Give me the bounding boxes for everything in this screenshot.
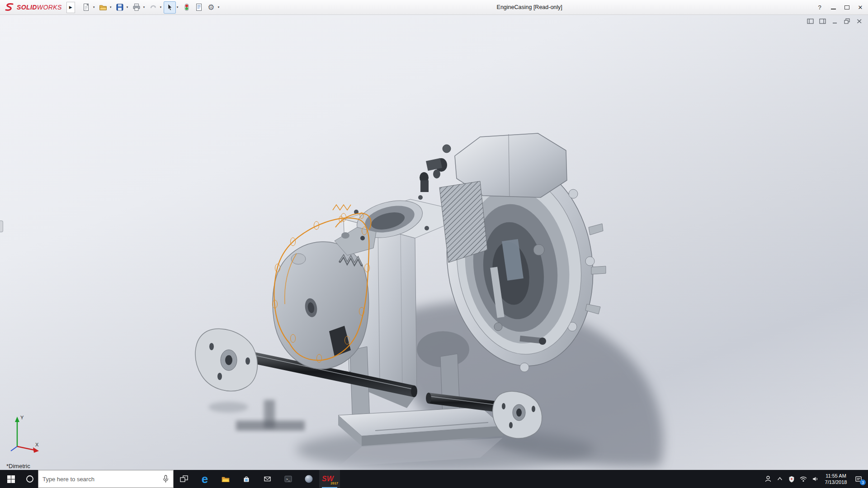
solidworks-logo-mark: [4, 3, 15, 12]
doc-restore-icon[interactable]: [843, 18, 851, 25]
new-document-caret[interactable]: ▼: [93, 6, 95, 9]
document-window-controls: [807, 18, 863, 25]
help-button[interactable]: ?: [813, 1, 826, 14]
x-axis-arrow: [33, 447, 39, 453]
cad-sphere-button[interactable]: [298, 470, 319, 488]
featuremanager-collapse-handle[interactable]: [0, 221, 3, 232]
pane-toggle-icon-2[interactable]: [819, 18, 827, 25]
select-cursor-icon: [166, 3, 174, 11]
graphics-area[interactable]: Y X *Dimetric: [0, 15, 868, 470]
options-button[interactable]: ⚙: [205, 1, 217, 14]
microphone-icon[interactable]: [162, 475, 169, 483]
close-icon: ✕: [858, 4, 863, 11]
file-properties-button[interactable]: [193, 1, 205, 14]
engine-casing-model[interactable]: [0, 15, 868, 470]
help-icon: ?: [818, 4, 821, 11]
people-icon: [764, 475, 772, 483]
volume-icon: [811, 475, 819, 483]
orientation-triad: Y X: [5, 411, 43, 455]
print-button[interactable]: [131, 1, 143, 14]
x-axis-label: X: [35, 442, 39, 447]
open-caret[interactable]: ▼: [109, 6, 112, 9]
search-input[interactable]: [42, 476, 162, 483]
rebuild-traffic-light-icon: [183, 3, 191, 11]
store-button[interactable]: [236, 470, 257, 488]
mail-icon: [263, 475, 272, 483]
menu-flyout-button[interactable]: ▶: [66, 2, 75, 13]
titlebar: SOLIDWORKS ▶ ▼ ▼ ▼: [0, 0, 868, 15]
cortana-ring-icon: [26, 475, 34, 483]
solidworks-app-icon: SW2017: [322, 472, 337, 486]
taskbar-clock[interactable]: 11:55 AM 7/13/2018: [821, 470, 851, 488]
open-button[interactable]: [97, 1, 109, 14]
chevron-up-icon: [776, 475, 783, 483]
svg-text:>_: >_: [286, 477, 290, 481]
save-caret[interactable]: ▼: [126, 6, 129, 9]
people-button[interactable]: [762, 470, 774, 488]
command-prompt-button[interactable]: >_: [278, 470, 298, 488]
z-axis-arrow: [11, 446, 17, 451]
wifi-icon: [799, 475, 807, 483]
clock-time: 11:55 AM: [825, 473, 847, 479]
brand-text: SOLIDWORKS: [17, 4, 62, 11]
pane-toggle-icon-1[interactable]: [807, 18, 815, 25]
gear-icon: ⚙: [208, 4, 214, 11]
show-hidden-icons-button[interactable]: [774, 470, 786, 488]
action-center-button[interactable]: 3: [851, 470, 866, 488]
solidworks-logo: SOLIDWORKS: [0, 3, 66, 12]
cortana-button[interactable]: [22, 470, 38, 488]
undo-button[interactable]: [147, 1, 159, 14]
standard-toolbar: ▼ ▼ ▼ ▼: [80, 1, 222, 14]
command-prompt-icon: >_: [284, 475, 292, 483]
minimize-icon: [831, 9, 836, 9]
save-button[interactable]: [114, 1, 126, 14]
options-caret[interactable]: ▼: [217, 6, 220, 9]
sphere-app-icon: [304, 474, 313, 483]
view-orientation-label: *Dimetric: [6, 463, 30, 469]
maximize-button[interactable]: [840, 1, 854, 14]
rebuild-button[interactable]: [180, 1, 193, 14]
document-title: EngineCasing [Read-only]: [497, 0, 562, 14]
clock-date: 7/13/2018: [825, 479, 847, 485]
taskbar-search[interactable]: [38, 470, 174, 488]
close-button[interactable]: ✕: [854, 1, 867, 14]
file-properties-icon: [195, 3, 203, 11]
system-tray: 11:55 AM 7/13/2018 3: [762, 470, 868, 488]
maximize-icon: [844, 5, 849, 9]
store-bag-icon: [242, 475, 250, 483]
mail-button[interactable]: [257, 470, 278, 488]
task-view-button[interactable]: [174, 470, 194, 488]
task-view-icon: [180, 475, 188, 483]
open-folder-icon: [99, 3, 107, 11]
doc-close-icon[interactable]: [855, 18, 863, 25]
select-caret[interactable]: ▼: [176, 6, 179, 9]
flyout-arrow-icon: ▶: [69, 5, 72, 9]
doc-minimize-icon[interactable]: [831, 18, 839, 25]
new-document-icon: [82, 3, 90, 11]
save-icon: [116, 3, 124, 11]
left-flange[interactable]: [195, 329, 257, 391]
network-button[interactable]: [797, 470, 809, 488]
notification-badge: 3: [860, 479, 866, 485]
minimize-button[interactable]: [826, 1, 840, 14]
edge-button[interactable]: e: [194, 470, 215, 488]
windows-logo-icon: [7, 475, 15, 483]
select-tool-button[interactable]: [164, 1, 176, 14]
file-explorer-button[interactable]: [215, 470, 236, 488]
y-axis-arrow: [15, 417, 19, 422]
start-button[interactable]: [0, 470, 22, 488]
shield-icon: [788, 475, 795, 483]
solidworks-app-button[interactable]: SW2017: [319, 470, 340, 488]
print-caret[interactable]: ▼: [143, 6, 146, 9]
security-button[interactable]: [786, 470, 797, 488]
undo-icon: [149, 3, 157, 11]
window-controls: ? ✕: [813, 0, 867, 14]
undo-caret[interactable]: ▼: [159, 6, 162, 9]
taskbar: e >_: [0, 470, 868, 488]
volume-button[interactable]: [809, 470, 821, 488]
y-axis-label: Y: [20, 415, 24, 420]
print-icon: [132, 3, 141, 11]
new-document-button[interactable]: [80, 1, 93, 14]
file-explorer-icon: [221, 475, 231, 483]
edge-icon: e: [202, 473, 208, 485]
